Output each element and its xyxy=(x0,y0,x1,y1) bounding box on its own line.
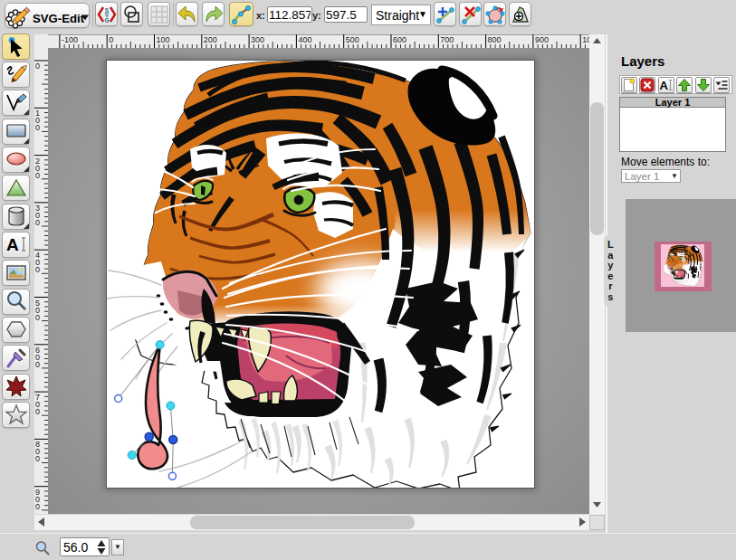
svg-text:300: 300 xyxy=(251,35,264,44)
svg-text:500: 500 xyxy=(346,35,359,44)
svg-text:800: 800 xyxy=(488,35,502,44)
svg-text:0: 0 xyxy=(35,360,40,369)
svg-text:900: 900 xyxy=(535,35,549,44)
svg-text:100: 100 xyxy=(157,35,170,44)
svg-text:G: G xyxy=(104,16,109,23)
svg-text:0: 0 xyxy=(35,62,40,71)
svg-text:0: 0 xyxy=(35,123,40,132)
svg-text:200: 200 xyxy=(204,35,217,44)
svg-text:0: 0 xyxy=(35,218,40,227)
svg-text:0: 0 xyxy=(35,454,40,463)
svg-text:1000: 1000 xyxy=(582,35,589,44)
svg-text:A: A xyxy=(6,235,19,254)
svg-text:0: 0 xyxy=(35,407,40,416)
svg-text:0: 0 xyxy=(35,313,40,322)
svg-text:0: 0 xyxy=(109,35,113,44)
svg-text:0: 0 xyxy=(35,265,40,274)
svg-text:400: 400 xyxy=(298,35,311,44)
svg-text:700: 700 xyxy=(440,35,454,44)
svg-text:600: 600 xyxy=(393,35,406,44)
svg-text:A: A xyxy=(659,79,668,92)
svg-text:-100: -100 xyxy=(62,35,78,44)
svg-text:0: 0 xyxy=(35,171,40,180)
svg-text:SVG-Edit: SVG-Edit xyxy=(33,12,85,25)
svg-text:0: 0 xyxy=(35,502,40,511)
